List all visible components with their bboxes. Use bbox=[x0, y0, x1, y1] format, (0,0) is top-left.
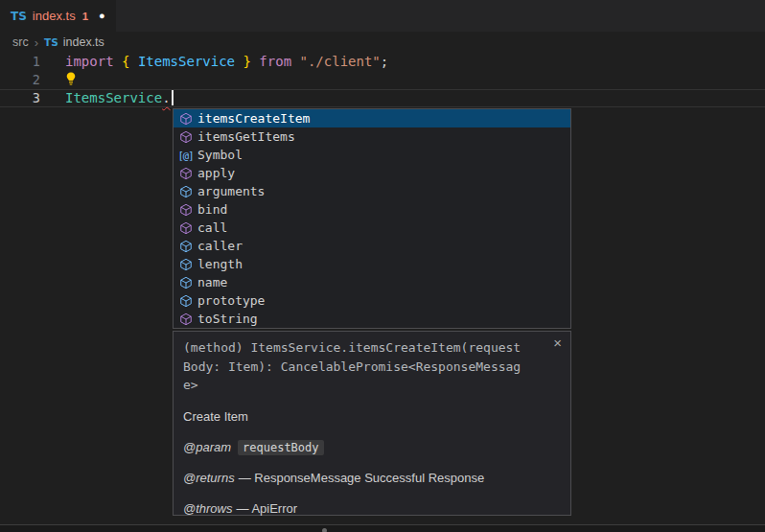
lower-panel-edge bbox=[0, 525, 765, 532]
tab-index-ts[interactable]: TS index.ts 1 ● bbox=[0, 0, 116, 32]
docs-signature: (method) ItemsService.itemsCreateItem(re… bbox=[183, 338, 561, 395]
suggestion-label: Symbol bbox=[197, 148, 243, 162]
symbol-field-icon bbox=[176, 240, 195, 253]
overflow-dot-icon bbox=[322, 528, 327, 532]
line-number: 1 bbox=[0, 53, 40, 71]
code-editor[interactable]: 1import { ItemsService } from "./client"… bbox=[0, 53, 765, 107]
suggest-widget: itemsCreateItemitemsGetItems[@]Symbolapp… bbox=[173, 108, 571, 329]
suggest-docs-panel: (method) ItemsService.itemsCreateItem(re… bbox=[173, 331, 571, 516]
symbol-field-icon bbox=[176, 185, 195, 198]
typescript-file-icon: TS bbox=[11, 10, 27, 23]
code-token: ; bbox=[381, 54, 388, 69]
tag-text: — ApiError bbox=[237, 501, 298, 516]
line-number: 2 bbox=[0, 71, 40, 89]
line-number: 3 bbox=[0, 90, 40, 106]
code-token: import bbox=[65, 54, 114, 69]
symbol-method-icon bbox=[176, 167, 195, 180]
symbol-method-icon bbox=[176, 130, 195, 144]
tag-name: @returns bbox=[183, 471, 235, 485]
suggestion-label: arguments bbox=[197, 184, 265, 198]
dirty-indicator-icon[interactable]: ● bbox=[99, 11, 105, 21]
code-line-1[interactable]: 1import { ItemsService } from "./client"… bbox=[0, 53, 765, 71]
docs-description: Create Item bbox=[183, 409, 561, 424]
code-token: "./client" bbox=[300, 54, 381, 69]
suggestion-item-Symbol[interactable]: [@]Symbol bbox=[174, 146, 570, 164]
tab-problem-badge: 1 bbox=[82, 11, 88, 22]
lightbulb-icon[interactable] bbox=[65, 72, 77, 91]
suggestion-item-bind[interactable]: bind bbox=[174, 200, 570, 219]
tab-bar: TS index.ts 1 ● bbox=[0, 0, 765, 32]
code-line-2[interactable]: 2 bbox=[0, 71, 765, 89]
suggestion-label: toString bbox=[197, 312, 258, 326]
suggestion-item-name[interactable]: name bbox=[174, 273, 570, 291]
docs-tags: @paramrequestBody@returns— ResponseMessa… bbox=[183, 440, 561, 516]
code-token bbox=[129, 54, 137, 69]
close-icon[interactable]: × bbox=[553, 335, 562, 350]
code-token: from bbox=[259, 54, 291, 69]
line-content[interactable] bbox=[65, 71, 77, 89]
line-content[interactable]: ItemsService. bbox=[65, 90, 174, 106]
symbol-method-icon bbox=[176, 203, 195, 217]
symbol-field-icon bbox=[176, 276, 195, 289]
signature-line: Body: Item): CancelablePromise<ResponseM… bbox=[183, 358, 561, 377]
code-token: ItemsService bbox=[65, 90, 162, 105]
text-cursor bbox=[172, 90, 174, 105]
suggestion-label: name bbox=[197, 275, 227, 289]
suggestion-item-caller[interactable]: caller bbox=[174, 237, 570, 255]
suggestion-item-apply[interactable]: apply bbox=[174, 164, 570, 182]
doc-tag-returns: @returns— ResponseMessage Successful Res… bbox=[183, 471, 561, 485]
doc-tag-throws: @throws— ApiError bbox=[183, 501, 561, 516]
vscode-editor-window: TS index.ts 1 ● src › TS index.ts 1impor… bbox=[0, 0, 765, 532]
suggestion-item-call[interactable]: call bbox=[174, 219, 570, 237]
suggestion-label: length bbox=[197, 257, 243, 271]
doc-tag-param: @paramrequestBody bbox=[183, 440, 561, 454]
signature-line: e> bbox=[183, 376, 561, 395]
suggestion-label: caller bbox=[197, 239, 243, 253]
breadcrumb: src › TS index.ts bbox=[0, 32, 765, 53]
tag-text: — ResponseMessage Successful Response bbox=[239, 471, 485, 485]
param-chip: requestBody bbox=[238, 440, 323, 455]
code-token bbox=[291, 54, 299, 69]
tag-name: @param bbox=[183, 440, 231, 454]
symbol-misc-icon: [@] bbox=[176, 150, 195, 161]
chevron-right-icon: › bbox=[35, 35, 38, 50]
symbol-field-icon bbox=[176, 294, 195, 308]
tag-name: @throws bbox=[183, 501, 233, 516]
symbol-method-icon bbox=[176, 312, 195, 326]
suggestion-label: prototype bbox=[197, 293, 265, 308]
breadcrumb-item-file[interactable]: index.ts bbox=[63, 35, 104, 49]
tab-filename: index.ts bbox=[33, 9, 76, 23]
code-token bbox=[114, 54, 122, 69]
suggestion-label: itemsGetItems bbox=[197, 129, 295, 144]
breadcrumb-item-src[interactable]: src bbox=[12, 35, 29, 49]
suggestion-label: itemsCreateItem bbox=[197, 111, 310, 126]
symbol-field-icon bbox=[176, 258, 195, 271]
suggestion-item-length[interactable]: length bbox=[174, 255, 570, 273]
typescript-file-icon: TS bbox=[44, 36, 58, 48]
suggestion-label: call bbox=[197, 220, 227, 235]
code-token: ItemsService bbox=[138, 54, 235, 69]
suggestion-label: bind bbox=[197, 202, 227, 217]
suggestion-item-itemsCreateItem[interactable]: itemsCreateItem bbox=[174, 109, 570, 127]
code-line-3[interactable]: 3ItemsService. bbox=[0, 89, 765, 107]
suggestion-label: apply bbox=[197, 166, 235, 180]
suggestion-item-toString[interactable]: toString bbox=[174, 310, 570, 328]
symbol-method-icon bbox=[176, 221, 195, 235]
suggestion-item-arguments[interactable]: arguments bbox=[174, 182, 570, 200]
signature-line: (method) ItemsService.itemsCreateItem(re… bbox=[183, 338, 561, 358]
suggestion-item-prototype[interactable]: prototype bbox=[174, 291, 570, 310]
code-token: } bbox=[243, 54, 250, 69]
suggestion-item-itemsGetItems[interactable]: itemsGetItems bbox=[174, 127, 570, 146]
line-content[interactable]: import { ItemsService } from "./client"; bbox=[65, 53, 388, 71]
code-token: . bbox=[162, 90, 170, 105]
symbol-method-icon bbox=[176, 112, 195, 126]
